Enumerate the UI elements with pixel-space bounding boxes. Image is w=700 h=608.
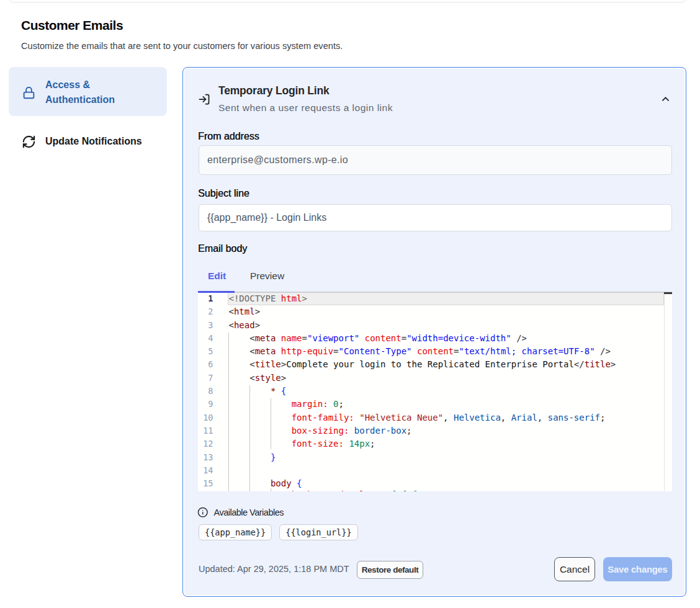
editor-scrollbar-thumb[interactable] bbox=[664, 292, 672, 294]
log-in-icon bbox=[198, 93, 210, 105]
updated-timestamp: Updated: Apr 29, 2025, 1:18 PM MDT bbox=[199, 564, 349, 574]
available-variables-row: Available Variables bbox=[197, 507, 284, 518]
editor-scrollbar[interactable] bbox=[664, 292, 672, 491]
save-changes-button[interactable]: Save changes bbox=[603, 557, 672, 581]
page-title: Customer Emails bbox=[21, 18, 123, 33]
available-variables-label: Available Variables bbox=[214, 507, 284, 517]
sidebar: Access & Authentication Update Notificat… bbox=[9, 67, 167, 156]
chevron-up-icon[interactable] bbox=[661, 94, 670, 104]
previous-card-bottom-edge bbox=[9, 0, 686, 2]
editor-gutter: 12345678910111213141516 bbox=[198, 292, 213, 491]
cancel-button[interactable]: Cancel bbox=[554, 557, 595, 581]
lock-icon bbox=[22, 86, 35, 99]
editor-code: <!DOCTYPE html><html><head> <meta name="… bbox=[229, 292, 616, 491]
panel-header: Temporary Login Link Sent when a user re… bbox=[198, 85, 673, 122]
variable-chip-app-name[interactable]: {{app_name}} bbox=[199, 524, 272, 540]
from-address-label: From address bbox=[198, 131, 259, 142]
subject-line-label: Subject line bbox=[198, 188, 249, 199]
subject-line-input[interactable] bbox=[199, 204, 672, 231]
tab-preview[interactable]: Preview bbox=[250, 270, 284, 282]
page-subtitle: Customize the emails that are sent to yo… bbox=[21, 41, 343, 51]
sidebar-item-access-authentication[interactable]: Access & Authentication bbox=[9, 67, 167, 116]
editor-tabs: Edit Preview bbox=[198, 267, 672, 292]
restore-default-button[interactable]: Restore default bbox=[357, 561, 423, 579]
from-address-input[interactable] bbox=[199, 145, 672, 175]
variable-chip-login-url[interactable]: {{login_url}} bbox=[279, 524, 357, 540]
sidebar-item-update-notifications[interactable]: Update Notifications bbox=[9, 127, 167, 156]
email-body-label: Email body bbox=[198, 243, 247, 254]
sidebar-item-label: Update Notifications bbox=[45, 134, 142, 149]
active-tab-underline bbox=[198, 291, 235, 293]
email-body-code-editor[interactable]: 12345678910111213141516 <!DOCTYPE html><… bbox=[198, 292, 672, 491]
info-icon bbox=[197, 507, 209, 518]
tab-edit[interactable]: Edit bbox=[208, 270, 226, 282]
panel-subtitle: Sent when a user requests a login link bbox=[218, 102, 393, 114]
refresh-icon bbox=[22, 135, 36, 149]
sidebar-item-label: Access & Authentication bbox=[45, 78, 157, 107]
panel-title: Temporary Login Link bbox=[218, 84, 329, 97]
variable-chips: {{app_name}} {{login_url}} bbox=[199, 524, 358, 540]
